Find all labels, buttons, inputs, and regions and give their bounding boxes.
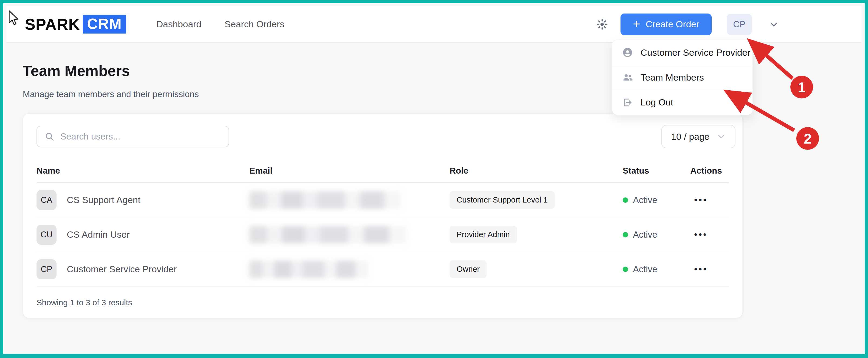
status-dot bbox=[623, 197, 628, 203]
column-header-name: Name bbox=[36, 166, 249, 176]
member-name: CS Support Agent bbox=[67, 195, 141, 205]
row-actions-button[interactable]: ••• bbox=[690, 261, 712, 277]
name-cell: CU CS Admin User bbox=[36, 225, 249, 245]
team-members-table: Name Email Role Status Actions CA CS Sup… bbox=[36, 159, 729, 307]
table-row: CA CS Support Agent Customer Support Lev… bbox=[36, 183, 729, 218]
header-actions: + Create Order CP bbox=[596, 6, 779, 42]
status-text: Active bbox=[633, 230, 657, 240]
table-row: CU CS Admin User Provider Admin Active •… bbox=[36, 218, 729, 252]
annotation-arrow-1 bbox=[752, 43, 793, 78]
user-circle-icon bbox=[622, 47, 633, 58]
role-badge: Provider Admin bbox=[450, 226, 517, 243]
annotation-marker-1: 1 bbox=[790, 76, 813, 98]
menu-item-customer-service-provider[interactable]: Customer Service Provider bbox=[612, 40, 752, 65]
team-members-card: 10 / page Name Email Role Status Actions… bbox=[23, 113, 743, 318]
row-actions-button[interactable]: ••• bbox=[690, 227, 712, 242]
row-actions-button[interactable]: ••• bbox=[690, 192, 712, 208]
app-window: SPARK CRM Dashboard Search Orders + Crea… bbox=[0, 0, 868, 358]
logo-text-crm: CRM bbox=[83, 15, 126, 34]
name-cell: CA CS Support Agent bbox=[36, 190, 249, 210]
menu-item-log-out[interactable]: Log Out bbox=[612, 90, 752, 115]
status-cell: Active bbox=[623, 230, 690, 240]
email-redacted bbox=[249, 261, 368, 278]
role-badge: Customer Support Level 1 bbox=[450, 191, 555, 209]
status-text: Active bbox=[633, 195, 657, 205]
avatar: CU bbox=[36, 225, 57, 245]
page-subtitle: Manage team members and their permission… bbox=[23, 89, 199, 99]
results-count: Showing 1 to 3 of 3 results bbox=[36, 298, 729, 307]
nav-link-dashboard[interactable]: Dashboard bbox=[156, 19, 201, 30]
menu-item-label: Customer Service Provider bbox=[641, 47, 750, 58]
logout-icon bbox=[622, 97, 633, 108]
menu-item-label: Log Out bbox=[641, 97, 673, 108]
logo-text-spark: SPARK bbox=[25, 15, 80, 33]
avatar: CP bbox=[36, 259, 57, 279]
sun-icon bbox=[596, 19, 608, 30]
page-size-select[interactable]: 10 / page bbox=[661, 125, 736, 148]
theme-toggle-button[interactable] bbox=[596, 18, 609, 31]
status-dot bbox=[623, 232, 628, 237]
top-navbar: SPARK CRM Dashboard Search Orders + Crea… bbox=[6, 6, 862, 43]
email-redacted bbox=[249, 191, 401, 209]
plus-icon: + bbox=[633, 18, 640, 30]
chevron-down-icon bbox=[716, 132, 726, 141]
column-header-actions: Actions bbox=[690, 166, 729, 176]
status-dot bbox=[623, 267, 628, 272]
create-order-button[interactable]: + Create Order bbox=[620, 13, 712, 35]
users-icon bbox=[622, 72, 633, 83]
user-dropdown-menu: Customer Service Provider Team Members bbox=[612, 40, 753, 115]
status-cell: Active bbox=[623, 195, 690, 205]
page-size-value: 10 / page bbox=[671, 131, 710, 142]
email-redacted bbox=[249, 226, 406, 243]
search-box bbox=[36, 126, 229, 148]
member-name: Customer Service Provider bbox=[67, 264, 177, 274]
search-icon bbox=[44, 132, 54, 141]
member-name: CS Admin User bbox=[67, 229, 130, 240]
card-toolbar: 10 / page bbox=[36, 125, 736, 148]
table-header-row: Name Email Role Status Actions bbox=[36, 159, 729, 183]
name-cell: CP Customer Service Provider bbox=[36, 259, 249, 279]
status-cell: Active bbox=[623, 264, 690, 274]
user-menu-chevron[interactable] bbox=[769, 19, 779, 30]
search-users-input[interactable] bbox=[60, 131, 221, 142]
column-header-email: Email bbox=[249, 166, 450, 176]
page-title: Team Members bbox=[23, 62, 130, 79]
annotation-marker-2: 2 bbox=[796, 127, 819, 150]
svg-text:2: 2 bbox=[804, 131, 812, 147]
chevron-down-icon bbox=[769, 19, 779, 30]
spark-crm-logo[interactable]: SPARK CRM bbox=[25, 15, 126, 34]
main-nav: Dashboard Search Orders bbox=[156, 19, 284, 30]
menu-item-label: Team Members bbox=[641, 72, 704, 83]
mouse-cursor bbox=[7, 10, 21, 27]
status-text: Active bbox=[633, 264, 657, 274]
column-header-status: Status bbox=[623, 166, 690, 176]
column-header-role: Role bbox=[450, 166, 623, 176]
create-order-label: Create Order bbox=[646, 19, 699, 30]
table-row: CP Customer Service Provider Owner Activ… bbox=[36, 252, 729, 287]
avatar: CA bbox=[36, 190, 57, 210]
menu-item-team-members[interactable]: Team Members bbox=[612, 65, 752, 90]
user-avatar[interactable]: CP bbox=[727, 14, 752, 35]
svg-text:1: 1 bbox=[798, 79, 806, 95]
role-badge: Owner bbox=[450, 260, 487, 278]
nav-link-search-orders[interactable]: Search Orders bbox=[224, 19, 284, 30]
